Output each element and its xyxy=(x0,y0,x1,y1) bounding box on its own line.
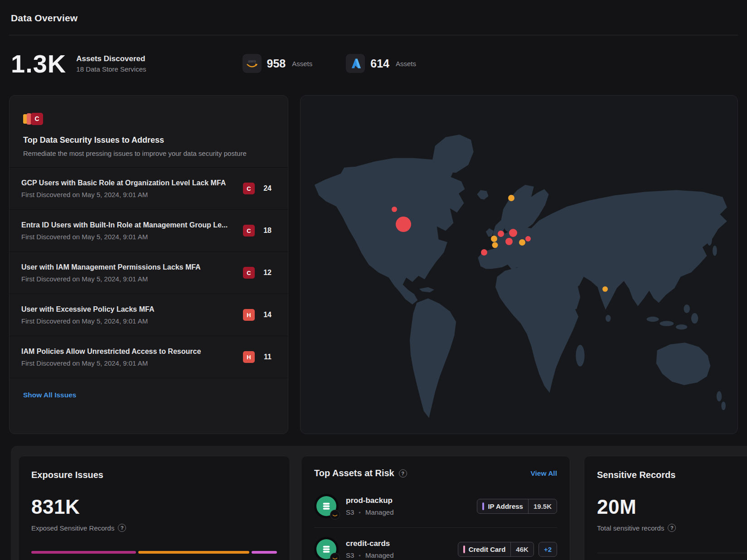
tag-value: 19.5K xyxy=(528,499,557,513)
map-location-dot[interactable] xyxy=(392,207,397,212)
exposure-distribution-bar xyxy=(31,551,277,554)
assets-total-value: 1.3K xyxy=(11,49,66,78)
sensitivity-tag-chip[interactable]: IP Address 19.5K xyxy=(477,499,557,514)
aws-asset-count: 958 xyxy=(267,57,286,70)
asset-service: S3 xyxy=(346,551,354,559)
issue-title: GCP Users with Basic Role at Organizatio… xyxy=(21,179,225,187)
aws-mini-badge-icon xyxy=(330,553,340,560)
issue-count: 12 xyxy=(262,269,272,277)
header-divider xyxy=(9,35,738,35)
issue-discovered-date: First Discovered on May 5, 2024, 9:01 AM xyxy=(21,275,201,283)
asset-row[interactable]: credit-cards S3 Managed Credit Card 46K … xyxy=(314,527,557,560)
map-location-dot[interactable] xyxy=(492,242,498,248)
s3-bucket-icon xyxy=(314,537,339,560)
tag-label: IP Address xyxy=(488,502,523,510)
map-location-dot[interactable] xyxy=(602,286,608,292)
sensitive-card-divider xyxy=(597,553,747,553)
help-icon[interactable]: ? xyxy=(118,524,126,532)
azure-asset-unit: Assets xyxy=(396,60,416,68)
sensitive-card-title: Sensitive Records xyxy=(597,470,747,480)
map-location-dot[interactable] xyxy=(491,236,497,242)
assets-card-title: Top Assets at Risk xyxy=(314,468,394,478)
aws-asset-unit: Assets xyxy=(292,60,312,68)
map-location-dot[interactable] xyxy=(508,195,514,201)
map-location-dot[interactable] xyxy=(481,249,487,256)
map-location-dot[interactable] xyxy=(509,229,517,237)
show-all-issues-link[interactable]: Show All Issues xyxy=(23,391,76,399)
sensitive-records-card: Sensitive Records 20M Total sensitive re… xyxy=(584,456,747,560)
issue-count: 24 xyxy=(262,184,272,193)
issue-row[interactable]: Entra ID Users with Built-In Role at Man… xyxy=(10,209,288,251)
issues-card-footer: Show All Issues xyxy=(10,378,288,412)
issue-row[interactable]: User with IAM Management Permissions Lac… xyxy=(10,251,288,294)
world-map xyxy=(301,96,737,434)
tag-color-bar xyxy=(463,546,465,553)
severity-stack-icon: C xyxy=(23,112,274,126)
critical-severity-icon: C xyxy=(31,113,43,125)
issue-row[interactable]: GCP Users with Basic Role at Organizatio… xyxy=(10,167,288,209)
view-all-link[interactable]: View All xyxy=(530,469,557,478)
issue-title: Entra ID Users with Built-In Role at Man… xyxy=(21,221,225,229)
issue-title: IAM Policies Allow Unrestricted Access t… xyxy=(21,348,201,356)
issue-row[interactable]: IAM Policies Allow Unrestricted Access t… xyxy=(10,336,288,378)
svg-text:aws: aws xyxy=(247,58,256,63)
provider-aws: aws 958 Assets xyxy=(243,54,313,73)
issue-count: 14 xyxy=(262,311,272,319)
asset-name: credit-cards xyxy=(346,539,393,548)
s3-bucket-icon xyxy=(314,494,339,518)
assets-total-label: Assets Discovered xyxy=(76,54,146,63)
issue-title: User with IAM Management Permissions Lac… xyxy=(21,263,201,271)
asset-row[interactable]: prod-backup S3 Managed IP Address 19.5K xyxy=(314,485,557,527)
issue-count: 18 xyxy=(262,227,272,235)
exposure-bar-segment xyxy=(252,551,277,554)
page-header: Data Overview xyxy=(0,0,747,35)
more-tags-chip[interactable]: +2 xyxy=(538,542,557,557)
aws-mini-badge-icon xyxy=(330,510,340,520)
bottom-panel: Exposure Issues 831K Exposed Sensitive R… xyxy=(11,446,747,560)
issue-title: User with Excessive Policy Lacks MFA xyxy=(21,305,154,314)
issue-count: 11 xyxy=(262,353,272,361)
map-location-dot[interactable] xyxy=(519,239,525,246)
tag-color-bar xyxy=(482,502,484,510)
sensitivity-tag-chip[interactable]: Credit Card 46K xyxy=(458,542,534,557)
asset-name: prod-backup xyxy=(346,496,393,505)
sensitive-value: 20M xyxy=(597,496,747,518)
issues-card-header: C Top Data Security Issues to Address Re… xyxy=(10,96,288,167)
exposure-issues-card: Exposure Issues 831K Exposed Sensitive R… xyxy=(18,456,290,560)
severity-badge: C xyxy=(243,183,255,194)
severity-badge: C xyxy=(243,267,255,279)
sensitive-label: Total sensitive records xyxy=(597,524,664,532)
help-icon[interactable]: ? xyxy=(668,524,676,532)
exposure-label: Exposed Sensitive Records xyxy=(31,524,114,532)
issue-discovered-date: First Discovered on May 5, 2024, 9:01 AM xyxy=(21,359,201,367)
help-icon[interactable]: ? xyxy=(399,469,407,478)
asset-status: Managed xyxy=(359,551,393,559)
issues-card-subtitle: Remediate the most pressing issues to im… xyxy=(23,150,274,157)
issue-row[interactable]: User with Excessive Policy Lacks MFA Fir… xyxy=(10,294,288,336)
map-location-dot[interactable] xyxy=(525,236,531,241)
aws-icon: aws xyxy=(243,54,262,73)
exposure-bar-segment xyxy=(138,551,249,554)
asset-status: Managed xyxy=(359,508,393,516)
azure-icon xyxy=(346,54,365,73)
map-location-dot[interactable] xyxy=(396,217,411,232)
summary-strip: 1.3K Assets Discovered 18 Data Store Ser… xyxy=(11,44,416,82)
azure-asset-count: 614 xyxy=(370,57,389,70)
tag-value: 46K xyxy=(510,542,534,556)
exposure-bar-segment xyxy=(31,551,136,554)
assets-total-sublabel: 18 Data Store Services xyxy=(76,65,146,73)
map-location-dot[interactable] xyxy=(498,231,504,237)
issue-discovered-date: First Discovered on May 5, 2024, 9:01 AM xyxy=(21,317,154,325)
world-map-card xyxy=(300,95,738,434)
issue-discovered-date: First Discovered on May 5, 2024, 9:01 AM xyxy=(21,233,225,241)
top-issues-card: C Top Data Security Issues to Address Re… xyxy=(9,95,288,434)
map-location-dot[interactable] xyxy=(505,238,513,245)
severity-badge: H xyxy=(243,351,255,363)
assets-total-labels: Assets Discovered 18 Data Store Services xyxy=(76,54,146,73)
tag-label: Credit Card xyxy=(469,546,506,553)
page-title: Data Overview xyxy=(11,13,78,24)
asset-service: S3 xyxy=(346,508,354,516)
exposure-card-title: Exposure Issues xyxy=(31,470,277,480)
top-assets-card: Top Assets at Risk ? View All xyxy=(301,456,570,560)
issues-card-title: Top Data Security Issues to Address xyxy=(23,135,274,145)
